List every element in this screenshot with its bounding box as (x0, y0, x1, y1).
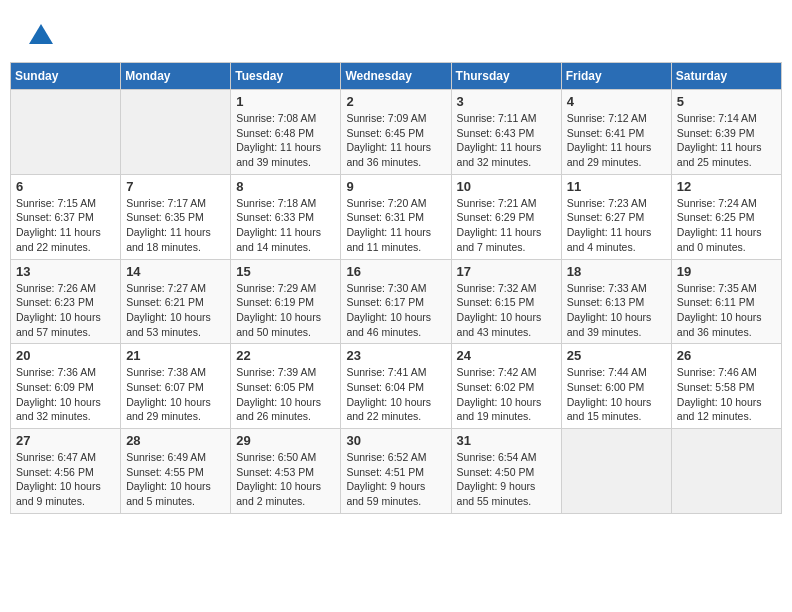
calendar-week-row: 27Sunrise: 6:47 AMSunset: 4:56 PMDayligh… (11, 429, 782, 514)
calendar-cell: 16Sunrise: 7:30 AMSunset: 6:17 PMDayligh… (341, 259, 451, 344)
day-info: Sunrise: 7:41 AMSunset: 6:04 PMDaylight:… (346, 365, 445, 424)
day-info: Sunrise: 7:32 AMSunset: 6:15 PMDaylight:… (457, 281, 556, 340)
calendar-cell: 20Sunrise: 7:36 AMSunset: 6:09 PMDayligh… (11, 344, 121, 429)
day-number: 3 (457, 94, 556, 109)
calendar-cell: 31Sunrise: 6:54 AMSunset: 4:50 PMDayligh… (451, 429, 561, 514)
calendar-week-row: 1Sunrise: 7:08 AMSunset: 6:48 PMDaylight… (11, 90, 782, 175)
day-info: Sunrise: 7:08 AMSunset: 6:48 PMDaylight:… (236, 111, 335, 170)
weekday-header-monday: Monday (121, 63, 231, 90)
day-number: 25 (567, 348, 666, 363)
calendar-cell: 6Sunrise: 7:15 AMSunset: 6:37 PMDaylight… (11, 174, 121, 259)
calendar-cell (11, 90, 121, 175)
day-number: 30 (346, 433, 445, 448)
calendar-cell (671, 429, 781, 514)
calendar-cell: 19Sunrise: 7:35 AMSunset: 6:11 PMDayligh… (671, 259, 781, 344)
day-info: Sunrise: 7:26 AMSunset: 6:23 PMDaylight:… (16, 281, 115, 340)
day-info: Sunrise: 7:15 AMSunset: 6:37 PMDaylight:… (16, 196, 115, 255)
day-info: Sunrise: 7:12 AMSunset: 6:41 PMDaylight:… (567, 111, 666, 170)
day-info: Sunrise: 7:33 AMSunset: 6:13 PMDaylight:… (567, 281, 666, 340)
calendar-cell: 10Sunrise: 7:21 AMSunset: 6:29 PMDayligh… (451, 174, 561, 259)
calendar-cell: 8Sunrise: 7:18 AMSunset: 6:33 PMDaylight… (231, 174, 341, 259)
calendar-cell: 26Sunrise: 7:46 AMSunset: 5:58 PMDayligh… (671, 344, 781, 429)
weekday-header-tuesday: Tuesday (231, 63, 341, 90)
day-info: Sunrise: 7:18 AMSunset: 6:33 PMDaylight:… (236, 196, 335, 255)
day-info: Sunrise: 7:21 AMSunset: 6:29 PMDaylight:… (457, 196, 556, 255)
day-number: 8 (236, 179, 335, 194)
day-number: 26 (677, 348, 776, 363)
calendar-cell: 3Sunrise: 7:11 AMSunset: 6:43 PMDaylight… (451, 90, 561, 175)
calendar-cell: 24Sunrise: 7:42 AMSunset: 6:02 PMDayligh… (451, 344, 561, 429)
day-info: Sunrise: 6:49 AMSunset: 4:55 PMDaylight:… (126, 450, 225, 509)
day-info: Sunrise: 7:09 AMSunset: 6:45 PMDaylight:… (346, 111, 445, 170)
day-number: 28 (126, 433, 225, 448)
weekday-header-saturday: Saturday (671, 63, 781, 90)
day-number: 27 (16, 433, 115, 448)
day-number: 18 (567, 264, 666, 279)
day-number: 19 (677, 264, 776, 279)
day-number: 1 (236, 94, 335, 109)
weekday-header-sunday: Sunday (11, 63, 121, 90)
svg-rect-1 (35, 38, 48, 44)
day-number: 6 (16, 179, 115, 194)
day-number: 9 (346, 179, 445, 194)
calendar-cell: 9Sunrise: 7:20 AMSunset: 6:31 PMDaylight… (341, 174, 451, 259)
day-number: 15 (236, 264, 335, 279)
day-number: 23 (346, 348, 445, 363)
weekday-header-thursday: Thursday (451, 63, 561, 90)
day-info: Sunrise: 7:14 AMSunset: 6:39 PMDaylight:… (677, 111, 776, 170)
day-info: Sunrise: 6:50 AMSunset: 4:53 PMDaylight:… (236, 450, 335, 509)
calendar-cell: 12Sunrise: 7:24 AMSunset: 6:25 PMDayligh… (671, 174, 781, 259)
day-info: Sunrise: 7:46 AMSunset: 5:58 PMDaylight:… (677, 365, 776, 424)
calendar-cell: 1Sunrise: 7:08 AMSunset: 6:48 PMDaylight… (231, 90, 341, 175)
calendar-cell: 27Sunrise: 6:47 AMSunset: 4:56 PMDayligh… (11, 429, 121, 514)
day-number: 13 (16, 264, 115, 279)
day-info: Sunrise: 7:20 AMSunset: 6:31 PMDaylight:… (346, 196, 445, 255)
day-info: Sunrise: 7:42 AMSunset: 6:02 PMDaylight:… (457, 365, 556, 424)
day-info: Sunrise: 7:24 AMSunset: 6:25 PMDaylight:… (677, 196, 776, 255)
day-number: 20 (16, 348, 115, 363)
calendar-cell: 2Sunrise: 7:09 AMSunset: 6:45 PMDaylight… (341, 90, 451, 175)
calendar-cell (121, 90, 231, 175)
logo-icon (25, 20, 57, 52)
day-number: 16 (346, 264, 445, 279)
calendar-cell: 23Sunrise: 7:41 AMSunset: 6:04 PMDayligh… (341, 344, 451, 429)
calendar-cell: 28Sunrise: 6:49 AMSunset: 4:55 PMDayligh… (121, 429, 231, 514)
day-info: Sunrise: 7:30 AMSunset: 6:17 PMDaylight:… (346, 281, 445, 340)
calendar-cell: 29Sunrise: 6:50 AMSunset: 4:53 PMDayligh… (231, 429, 341, 514)
weekday-header-wednesday: Wednesday (341, 63, 451, 90)
calendar-cell: 5Sunrise: 7:14 AMSunset: 6:39 PMDaylight… (671, 90, 781, 175)
day-info: Sunrise: 7:36 AMSunset: 6:09 PMDaylight:… (16, 365, 115, 424)
calendar-cell: 21Sunrise: 7:38 AMSunset: 6:07 PMDayligh… (121, 344, 231, 429)
calendar-cell: 18Sunrise: 7:33 AMSunset: 6:13 PMDayligh… (561, 259, 671, 344)
calendar-cell (561, 429, 671, 514)
calendar-cell: 4Sunrise: 7:12 AMSunset: 6:41 PMDaylight… (561, 90, 671, 175)
day-number: 24 (457, 348, 556, 363)
day-info: Sunrise: 7:29 AMSunset: 6:19 PMDaylight:… (236, 281, 335, 340)
day-number: 2 (346, 94, 445, 109)
day-info: Sunrise: 7:39 AMSunset: 6:05 PMDaylight:… (236, 365, 335, 424)
calendar-cell: 13Sunrise: 7:26 AMSunset: 6:23 PMDayligh… (11, 259, 121, 344)
calendar-cell: 11Sunrise: 7:23 AMSunset: 6:27 PMDayligh… (561, 174, 671, 259)
logo (25, 20, 62, 52)
calendar-cell: 7Sunrise: 7:17 AMSunset: 6:35 PMDaylight… (121, 174, 231, 259)
day-number: 5 (677, 94, 776, 109)
day-number: 12 (677, 179, 776, 194)
page-header (10, 10, 782, 57)
day-info: Sunrise: 6:47 AMSunset: 4:56 PMDaylight:… (16, 450, 115, 509)
day-info: Sunrise: 6:54 AMSunset: 4:50 PMDaylight:… (457, 450, 556, 509)
calendar-week-row: 6Sunrise: 7:15 AMSunset: 6:37 PMDaylight… (11, 174, 782, 259)
calendar-cell: 22Sunrise: 7:39 AMSunset: 6:05 PMDayligh… (231, 344, 341, 429)
weekday-header-friday: Friday (561, 63, 671, 90)
day-number: 29 (236, 433, 335, 448)
day-info: Sunrise: 7:17 AMSunset: 6:35 PMDaylight:… (126, 196, 225, 255)
day-number: 21 (126, 348, 225, 363)
day-info: Sunrise: 7:44 AMSunset: 6:00 PMDaylight:… (567, 365, 666, 424)
calendar-cell: 30Sunrise: 6:52 AMSunset: 4:51 PMDayligh… (341, 429, 451, 514)
day-number: 11 (567, 179, 666, 194)
day-number: 17 (457, 264, 556, 279)
day-number: 22 (236, 348, 335, 363)
calendar-cell: 15Sunrise: 7:29 AMSunset: 6:19 PMDayligh… (231, 259, 341, 344)
day-number: 7 (126, 179, 225, 194)
day-number: 31 (457, 433, 556, 448)
day-info: Sunrise: 7:35 AMSunset: 6:11 PMDaylight:… (677, 281, 776, 340)
